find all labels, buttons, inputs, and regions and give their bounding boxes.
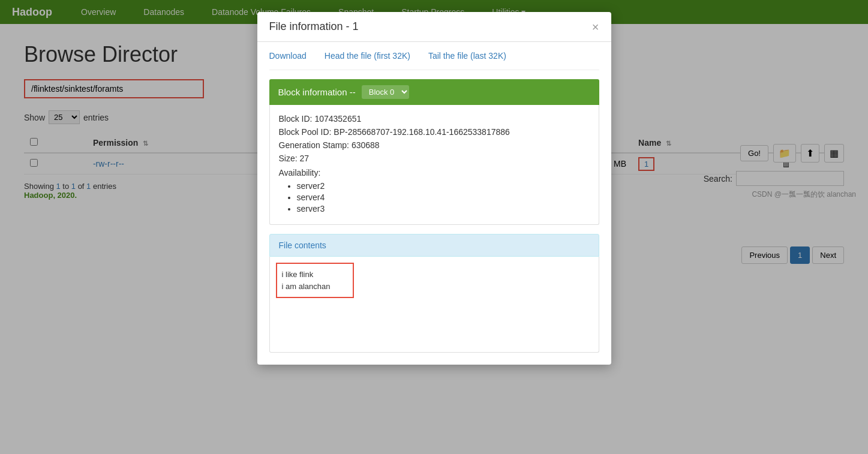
block-pool-id-row: Block Pool ID: BP-285668707-192.168.10.4…	[279, 127, 590, 137]
block-id-row: Block ID: 1074352651	[279, 114, 590, 124]
file-info-modal: File information - 1 × Download Head the…	[257, 12, 611, 365]
block-pool-id-label: Block Pool ID:	[279, 127, 332, 137]
file-content-text: i like flink i am alanchan	[276, 263, 354, 298]
block-pool-id-value: BP-285668707-192.168.10.41-1662533817886	[334, 127, 510, 137]
size-label: Size:	[279, 154, 298, 163]
head-file-link[interactable]: Head the file (first 32K)	[325, 51, 410, 61]
block-details: Block ID: 1074352651 Block Pool ID: BP-2…	[269, 105, 599, 225]
availability-label: Availability:	[279, 168, 590, 178]
modal-links: Download Head the file (first 32K) Tail …	[269, 42, 599, 70]
block-id-label: Block ID:	[279, 114, 313, 124]
file-line-1: i like flink	[282, 270, 314, 279]
file-line-2: i am alanchan	[282, 282, 331, 291]
modal-body: Download Head the file (first 32K) Tail …	[257, 42, 611, 365]
file-contents-body: i like flink i am alanchan	[269, 257, 599, 353]
server-item: server3	[297, 204, 590, 214]
generation-stamp-row: Generation Stamp: 630688	[279, 140, 590, 150]
availability-list: server2 server4 server3	[279, 181, 590, 214]
size-row: Size: 27	[279, 154, 590, 163]
modal-title: File information - 1	[269, 20, 359, 33]
server-item: server4	[297, 193, 590, 202]
modal-close-button[interactable]: ×	[592, 21, 599, 33]
generation-stamp-label: Generation Stamp:	[279, 140, 350, 150]
modal-overlay: File information - 1 × Download Head the…	[0, 0, 868, 454]
download-link[interactable]: Download	[269, 51, 307, 61]
block-select[interactable]: Block 0	[362, 85, 409, 99]
block-info-label: Block information --	[278, 87, 356, 97]
tail-file-link[interactable]: Tail the file (last 32K)	[428, 51, 506, 61]
file-contents-header: File contents	[269, 234, 599, 257]
block-id-value: 1074352651	[314, 114, 361, 124]
generation-stamp-value: 630688	[352, 140, 380, 150]
size-value: 27	[300, 154, 310, 163]
server-item: server2	[297, 181, 590, 191]
block-info-header: Block information -- Block 0	[269, 79, 599, 105]
modal-header: File information - 1 ×	[257, 12, 611, 42]
